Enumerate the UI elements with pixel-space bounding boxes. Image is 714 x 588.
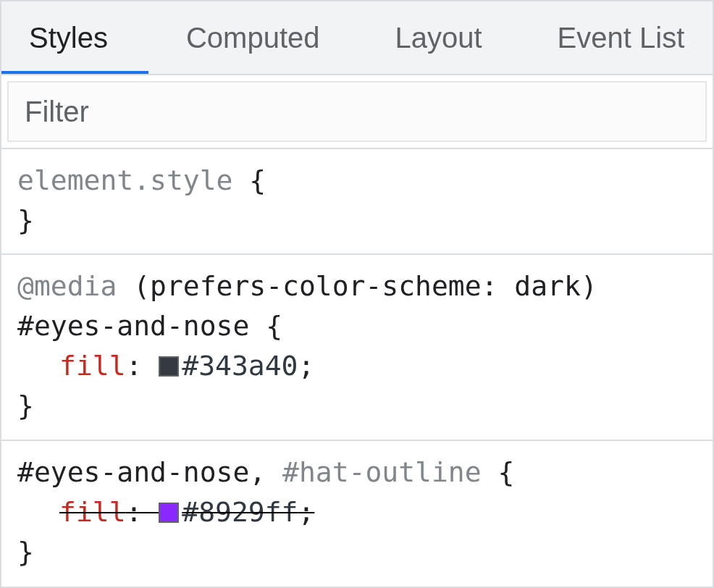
css-value: #8929ff [182,496,298,528]
css-declaration[interactable]: fill: #343a40; [17,346,697,386]
css-declaration[interactable]: fill: #8929ff; [17,492,697,532]
styles-rules: element.style { } @media (prefers-color-… [1,149,713,585]
media-query: (prefers-color-scheme: dark) [133,270,597,302]
rule-element-style[interactable]: element.style { } [1,149,713,255]
rule-selector: #eyes-and-nose [17,310,249,342]
open-brace: { [498,456,515,488]
close-brace: } [17,532,697,572]
rule-selector-part: #eyes-and-nose [17,456,249,488]
tabs-bar: Styles Computed Layout Event List [1,1,713,75]
rule-selector: element.style [17,164,232,196]
open-brace: { [266,310,282,342]
tab-computed[interactable]: Computed [148,1,358,74]
tab-layout[interactable]: Layout [358,1,520,74]
close-brace: } [17,386,697,426]
rule-eyes-and-nose-dark[interactable]: @media (prefers-color-scheme: dark) #eye… [1,255,713,440]
media-keyword: @media [17,270,117,302]
tab-styles[interactable]: Styles [1,1,148,74]
rule-selector-part: , [249,456,282,488]
tab-event-listeners[interactable]: Event List [520,1,713,74]
filter-input[interactable] [7,81,707,142]
color-swatch-icon[interactable] [159,356,179,377]
css-value: #343a40 [182,350,298,382]
css-property: fill [59,350,126,382]
rule-selector-part: #hat-outline [282,456,482,488]
color-swatch-icon[interactable] [159,503,179,523]
filter-row [1,75,713,149]
close-brace: } [17,201,697,240]
rule-eyes-and-nose-hat-outline[interactable]: #eyes-and-nose, #hat-outline { fill: #89… [1,441,713,585]
open-brace: { [249,164,266,196]
css-property: fill [59,496,126,528]
